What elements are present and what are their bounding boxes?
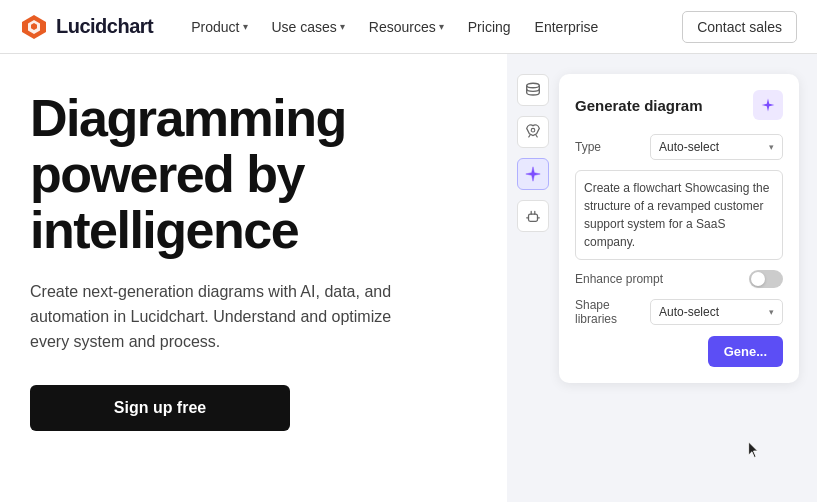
sidebar-icons: [517, 74, 549, 232]
mouse-cursor: [747, 442, 765, 460]
nav-links: Product ▾ Use cases ▾ Resources ▾ Pricin…: [181, 13, 682, 41]
generate-diagram-card: Generate diagram Type Auto-select ▾ Crea…: [559, 74, 799, 383]
signup-button[interactable]: Sign up free: [30, 385, 290, 431]
card-header: Generate diagram: [575, 90, 783, 120]
chevron-down-icon: ▾: [243, 21, 248, 32]
type-field-row: Type Auto-select ▾: [575, 134, 783, 160]
database-icon[interactable]: [517, 74, 549, 106]
nav-resources[interactable]: Resources ▾: [359, 13, 454, 41]
main-content: Diagrammingpowered byintelligence Create…: [0, 54, 817, 502]
generate-button[interactable]: Gene...: [708, 336, 783, 367]
navbar: Lucidchart Product ▾ Use cases ▾ Resourc…: [0, 0, 817, 54]
chevron-down-icon: ▾: [340, 21, 345, 32]
lucidchart-logo-icon: [20, 13, 48, 41]
generate-btn-row: Gene...: [575, 336, 783, 367]
logo-text: Lucidchart: [56, 15, 153, 38]
toggle-knob: [751, 272, 765, 286]
type-label: Type: [575, 140, 650, 154]
nav-use-cases[interactable]: Use cases ▾: [262, 13, 355, 41]
svg-point-3: [527, 83, 540, 88]
hero-section: Diagrammingpowered byintelligence Create…: [0, 54, 507, 502]
nav-enterprise[interactable]: Enterprise: [525, 13, 609, 41]
shape-libraries-label: Shape libraries: [575, 298, 650, 326]
enhance-prompt-row: Enhance prompt: [575, 270, 783, 288]
sparkle-sidebar-icon[interactable]: [517, 158, 549, 190]
rocket-icon[interactable]: [517, 116, 549, 148]
shape-libraries-select[interactable]: Auto-select ▾: [650, 299, 783, 325]
hero-subtitle: Create next-generation diagrams with AI,…: [30, 280, 430, 354]
prompt-textarea[interactable]: Create a flowchart Showcasing the struct…: [575, 170, 783, 260]
nav-right: Contact sales: [682, 11, 797, 43]
svg-point-4: [531, 128, 535, 132]
nav-pricing[interactable]: Pricing: [458, 13, 521, 41]
svg-rect-5: [529, 214, 538, 221]
sparkle-button[interactable]: [753, 90, 783, 120]
chevron-down-icon: ▾: [439, 21, 444, 32]
shape-libraries-row: Shape libraries Auto-select ▾: [575, 298, 783, 326]
enhance-label: Enhance prompt: [575, 272, 749, 286]
chevron-down-icon: ▾: [769, 142, 774, 152]
right-panel: Generate diagram Type Auto-select ▾ Crea…: [507, 54, 817, 502]
card-title: Generate diagram: [575, 97, 703, 114]
contact-sales-button[interactable]: Contact sales: [682, 11, 797, 43]
enhance-toggle[interactable]: [749, 270, 783, 288]
logo[interactable]: Lucidchart: [20, 13, 153, 41]
chevron-down-icon: ▾: [769, 307, 774, 317]
nav-product[interactable]: Product ▾: [181, 13, 257, 41]
hero-title: Diagrammingpowered byintelligence: [30, 90, 477, 258]
type-select[interactable]: Auto-select ▾: [650, 134, 783, 160]
plugin-icon[interactable]: [517, 200, 549, 232]
